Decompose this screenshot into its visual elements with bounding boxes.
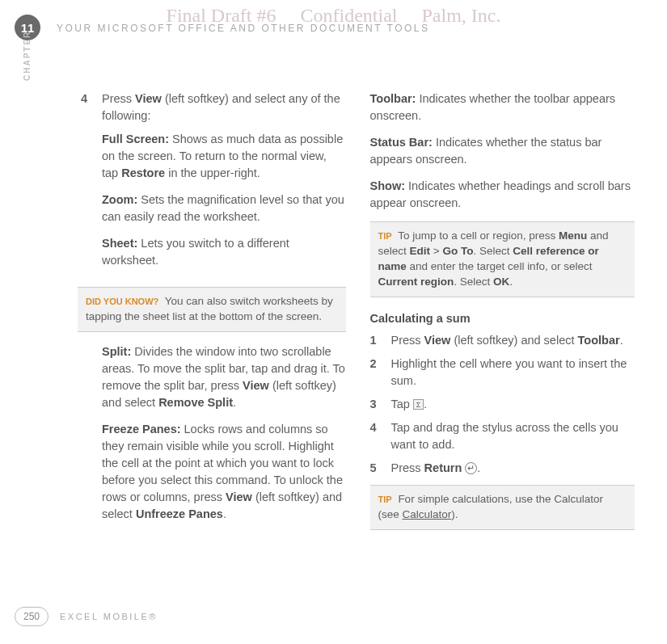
text: . Select	[454, 276, 493, 288]
bold: View	[243, 379, 269, 392]
bold: Menu	[559, 229, 587, 242]
bold: Toolbar:	[370, 92, 416, 105]
chapter-label: CHAPTER	[23, 31, 32, 81]
bold: OK	[493, 276, 509, 288]
bold: Zoom:	[102, 193, 137, 206]
content-columns: 4 Press View (left softkey) and select a…	[81, 90, 635, 541]
bold: Edit	[410, 245, 431, 257]
calc-heading: Calculating a sum	[370, 310, 635, 327]
callout-tag: TIP	[378, 495, 392, 504]
left-column: 4 Press View (left softkey) and select a…	[81, 90, 346, 541]
step-body: Press View (left softkey) and select any…	[102, 90, 346, 279]
bold: View	[424, 334, 451, 347]
status-block: Status Bar: Indicates whether the status…	[370, 134, 635, 168]
freeze-block: Freeze Panes: Locks rows and columns so …	[102, 421, 346, 523]
text: .	[233, 396, 236, 409]
right-column: Toolbar: Indicates whether the toolbar a…	[370, 90, 635, 541]
bold: Return	[424, 461, 462, 474]
step-body: Tap and drag the stylus across the cells…	[391, 419, 635, 453]
step-number: 4	[370, 419, 391, 453]
text: and enter the target cell info, or selec…	[407, 260, 593, 272]
callout-tag: TIP	[378, 231, 392, 241]
text: To jump to a cell or region, press	[395, 229, 559, 242]
split-block: Split: Divides the window into two scrol…	[102, 343, 346, 411]
bold: Go To	[442, 245, 473, 257]
tip-calculator-callout: TIP For simple calculations, use the Cal…	[370, 485, 635, 530]
bold: Split:	[102, 345, 131, 358]
text: ).	[451, 508, 458, 520]
zoom-block: Zoom: Sets the magnification level so th…	[102, 192, 346, 225]
bold: Sheet:	[102, 237, 137, 250]
text: Tap	[391, 398, 413, 410]
text: . Select	[473, 245, 513, 257]
header-title: YOUR MICROSOFT OFFICE AND OTHER DOCUMENT…	[57, 23, 429, 34]
step-number: 1	[370, 332, 391, 349]
text: .	[424, 398, 427, 410]
text: .	[509, 276, 513, 288]
callout-tag: DID YOU KNOW?	[86, 297, 158, 306]
text: Press	[391, 461, 424, 474]
right-defs: Toolbar: Indicates whether the toolbar a…	[370, 90, 635, 212]
step-body: Press View (left softkey) and select Too…	[391, 332, 635, 349]
text: Press	[391, 334, 424, 347]
calc-step-3: 3 Tap Σ.	[370, 396, 635, 413]
bold: Freeze Panes:	[102, 423, 181, 436]
bold: Remove Split	[158, 396, 233, 409]
text: .	[477, 461, 480, 474]
step-number: 3	[370, 396, 391, 413]
link-text: Calculator	[403, 508, 452, 520]
footer: 250 EXCEL MOBILE®	[15, 607, 158, 626]
left-continued: Split: Divides the window into two scrol…	[81, 343, 346, 523]
bold: Unfreeze Panes	[136, 507, 223, 520]
text: Sets the magnification level so that you…	[102, 193, 344, 223]
bold: Full Screen:	[102, 133, 169, 145]
bold: View	[135, 92, 162, 105]
step-body: Highlight the cell where you want to ins…	[391, 356, 635, 389]
bold: Current region	[378, 276, 454, 288]
toolbar-block: Toolbar: Indicates whether the toolbar a…	[370, 90, 635, 124]
bold: Restore	[121, 166, 165, 179]
text: .	[223, 507, 226, 520]
step-body: Press Return .	[391, 460, 635, 477]
text: in the upper-right.	[165, 166, 260, 179]
step-number: 2	[370, 356, 391, 389]
bold: Show:	[370, 179, 406, 192]
bold: Toolbar	[578, 334, 620, 347]
step-number: 4	[81, 90, 102, 279]
text: (left softkey) and select	[450, 334, 577, 347]
fullscreen-block: Full Screen: Shows as much data as possi…	[102, 131, 346, 182]
step-body: Tap Σ.	[391, 396, 635, 413]
page-number: 250	[15, 607, 49, 626]
did-you-know-callout: DID YOU KNOW? You can also switch worksh…	[78, 287, 346, 332]
text: Indicates whether headings and scroll ba…	[370, 179, 631, 209]
return-icon	[465, 462, 477, 474]
step-4: 4 Press View (left softkey) and select a…	[81, 90, 346, 279]
step-number: 5	[370, 460, 391, 477]
sheet-block: Sheet: Lets you switch to a different wo…	[102, 235, 346, 269]
calc-step-2: 2 Highlight the cell where you want to i…	[370, 356, 635, 389]
text: .	[620, 334, 623, 347]
text: >	[430, 245, 442, 257]
calc-step-5: 5 Press Return .	[370, 460, 635, 477]
show-block: Show: Indicates whether headings and scr…	[370, 178, 635, 212]
bold: View	[226, 490, 252, 503]
text: Press	[102, 92, 135, 105]
bold: Status Bar:	[370, 136, 433, 149]
calc-step-4: 4 Tap and drag the stylus across the cel…	[370, 419, 635, 453]
autosum-icon: Σ	[413, 399, 424, 410]
calc-step-1: 1 Press View (left softkey) and select T…	[370, 332, 635, 349]
tip-goto-callout: TIP To jump to a cell or region, press M…	[370, 221, 635, 297]
footer-title: EXCEL MOBILE®	[60, 612, 158, 621]
